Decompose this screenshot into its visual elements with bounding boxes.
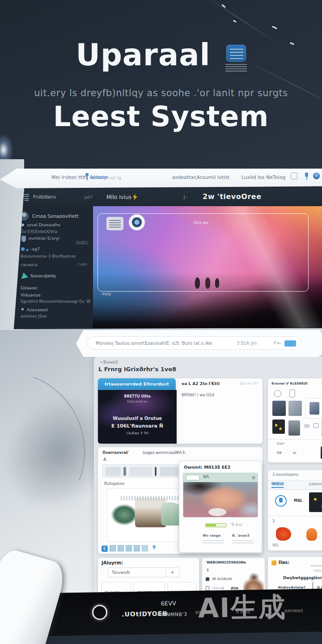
profile-col2[interactable]: B. 'avoo3 [232,534,250,538]
product-thumb[interactable] [272,419,285,434]
sidebar-item[interactable]: seval Dseeaathe [27,223,60,227]
product-thumb[interactable] [288,420,300,436]
footer-small3: RMYMWS [284,609,303,614]
divider [166,568,166,577]
info-header: IIas: [279,560,289,565]
breadcrumb[interactable]: • Envvel3 [100,360,118,364]
hero-media: ñ£ɑ wv ma)y [93,206,322,328]
product-thumb[interactable] [304,424,310,428]
products-panel[interactable]: Krovwr V RcEIWEðl Vouvtk.c eatts #30 'n … [267,378,322,463]
gallery-page-squares[interactable] [110,545,151,551]
list-bullet-icon [206,577,209,581]
camera-lens-icon[interactable] [129,214,145,230]
reviews-link[interactable]: 3 esvevtaaons [272,473,298,477]
toolbar-item-2[interactable]: abtety [91,174,107,180]
profile-tab[interactable]: WA [203,475,209,479]
promo-card-media: RRETTU Ulita Q3od brtaf wv Wuuuluxif a O… [98,390,177,444]
photo-subcard[interactable]: oa L A2 2to I'Ktti Z2t nw ???? BPOttt? /… [178,378,263,444]
product-thumb[interactable] [288,401,302,416]
search-query: Moroevj Tautuo.amort?... [96,341,151,346]
promo-line: RRETTU Ulita [98,394,177,398]
sidebar-item[interactable]: Besovsvocea 3 Blorðoemas [21,254,76,258]
gallery-foot-icon[interactable]: E [102,546,108,552]
gallery-count: 9 [153,545,156,550]
bag-outline-icon[interactable] [289,390,295,398]
photo-card-badge: Z2t nw ???? [240,382,258,386]
circle-icon[interactable] [274,390,281,397]
reviews-tabs: I9tEtil Lstavvntattd'k [268,480,322,490]
sidebar-item-account[interactable]: Crnoa Sxnaooviñett [32,213,79,219]
gallery-collage[interactable] [107,488,190,542]
products-div1[interactable]: Gaa? [277,442,285,445]
strip-thumb [160,467,178,476]
search-meta1: 3 EUk Jm [237,341,257,346]
card-badge-icon[interactable] [106,217,123,230]
reviews-panel[interactable]: 3 esvevtaaons I9tEtil Lstavvntattd'k MAL… [267,470,322,551]
grid-icon[interactable] [314,423,318,428]
profile-card[interactable]: Ownint: M013Ś EE2 WA '9.4vs Wv range B. … [179,461,262,553]
sidebar-item[interactable]: Asavaoed [27,307,47,312]
list-item[interactable]: II [207,568,209,572]
list-item[interactable]: LIVIrvlE [212,586,225,590]
sidebar-item[interactable]: SoeacoJaldy [30,273,56,278]
toolbar-item-3[interactable]: asdeattacAcsumil Ivtlst [172,174,229,180]
mini-search-box[interactable]: Tasvwoði + [108,568,179,577]
product-thumb[interactable] [272,401,286,416]
profile-col1[interactable]: Wv range [203,534,220,538]
browser-toolbar: Mei lrvbsn ttlts Avtaore abtety vtd 'lg … [0,169,322,188]
product-orange-thumb[interactable] [306,528,317,541]
sidebar-item[interactable]: Go EYEEtdeOOVra [21,229,57,234]
promo-card[interactable]: Irtausurorrded Eltrurduct RRETTU Ulita Q… [97,378,263,444]
nav-user[interactable]: Milo Ivius [106,194,131,200]
ai-watermark: AI生成 [198,589,286,627]
sidebar-item[interactable]: Sgnethnt Mossemmtenaovagt Ou 'W [21,299,90,304]
window-icon[interactable] [291,173,297,179]
product-highlight[interactable]: #30 'n [305,398,322,419]
sidebar-item[interactable]: Viduanaa [21,292,40,297]
list-item[interactable]: IIE AI1I8lvðt [212,577,232,581]
glint [290,42,294,45]
faint-lines [203,540,224,543]
collage-blob [111,504,138,525]
search-button[interactable] [284,340,296,347]
search-input[interactable]: Moroevj Tautuo.amort?... Lneulva IVE: o2… [87,336,301,350]
pin-icon [21,236,26,242]
sidebar-meta: (0)Œ2) [76,241,89,245]
sidebar-item[interactable]: Gilaaoe: [21,285,38,290]
mini-search-plus[interactable]: + [171,570,174,575]
toolbar-item-4[interactable]: Luxlid los NeToiog [242,174,285,180]
review-thumb[interactable] [309,492,322,512]
search-sheet: Moroevj Tautuo.amort?... Lneulva IVE: o2… [76,330,322,357]
sidebar-item[interactable]: aeilooss JSve [21,314,47,318]
pill-icon [186,475,199,480]
nav-brand[interactable]: Fniblðerv [33,194,56,200]
sidebar-item[interactable]: cauaoca [21,263,38,267]
tab-inactive[interactable]: Lstavvntattd'k [309,482,322,486]
product-orange-thumb[interactable] [276,527,291,541]
media-caption: ñ£ɑ wv [194,220,208,225]
app-window: Fniblðerv jaǒ7 Milo Ivius |– 2w 'tievoOr… [13,188,322,329]
collage-caption-lines [121,496,179,500]
glint [272,26,277,30]
product-thumb [309,402,319,415]
promo-line: Wuuuluxif a Orutue [98,416,177,421]
hero-subtitle: uit.ery ls dreyfb)nltlqy as soohe .'or l… [0,88,322,98]
sidebar-item[interactable]: ovmlnar Ersryi [29,236,59,241]
brand-stack-icon [24,193,29,201]
page-title: L Frnrg IGrixðrhr's 1ve8 [98,366,176,373]
products-row2: e) [293,451,297,455]
profile-media: WA [183,473,258,517]
bookmark-icon[interactable] [303,173,310,179]
blue-dot-icon [21,247,25,251]
profile-photo [183,482,258,517]
reviews-foot: WV. [272,543,279,547]
strip-thumb [106,467,121,476]
strip-thumb [123,467,126,476]
gallery-header-1: Ovsrravvrat' [102,450,129,455]
tab-active[interactable]: I9tEtil [271,482,284,488]
faint-lines [232,540,254,543]
nav-headline: 2w 'tievoOree [203,192,261,201]
avatar-icon[interactable] [313,173,320,179]
map-pin-icon[interactable] [275,495,287,507]
sidebar-item[interactable]: -ag7 [30,246,40,251]
